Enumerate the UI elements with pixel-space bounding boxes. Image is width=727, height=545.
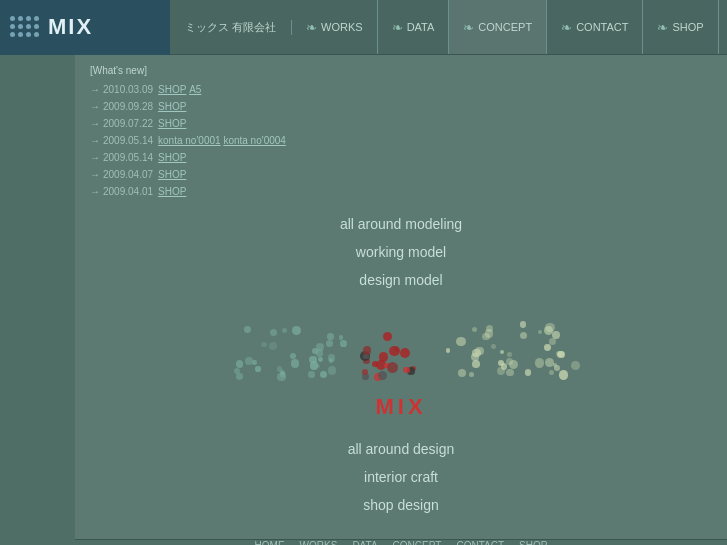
- logo-area: MIX: [0, 0, 170, 55]
- news-link-5a[interactable]: SHOP: [158, 149, 186, 166]
- scatter-dot: [270, 329, 277, 336]
- scatter-dot: [320, 371, 327, 378]
- concept-top-texts: all around modeling working model design…: [340, 210, 462, 294]
- scatter-dot: [400, 348, 410, 358]
- news-section: [What's new] → 2010.03.09 SHOP A5 → 2009…: [75, 55, 727, 210]
- company-name: ミックス 有限会社: [170, 20, 292, 35]
- scatter-dot: [244, 326, 251, 333]
- nav-shop[interactable]: ❧ SHOP: [643, 0, 718, 54]
- news-date-2: 2009.09.28: [103, 98, 153, 115]
- content-area: [What's new] → 2010.03.09 SHOP A5 → 2009…: [0, 55, 727, 545]
- scatter-dot: [469, 372, 475, 378]
- scatter-dot: [472, 360, 480, 368]
- visual-area: all around modeling working model design…: [75, 210, 727, 539]
- scatter-dot: [255, 366, 261, 372]
- scatter-dot: [308, 371, 315, 378]
- main-nav: ❧ WORKS ❧ DATA ❧ CONCEPT ❧ CONTACT ❧ SHO…: [292, 0, 727, 54]
- scatter-dot: [340, 340, 347, 347]
- scatter-dot: [545, 323, 555, 333]
- concept-text-1: all around modeling: [340, 210, 462, 238]
- scatter-dot: [456, 337, 465, 346]
- nav-concept[interactable]: ❧ CONCEPT: [449, 0, 547, 54]
- arrow-icon-7: →: [90, 183, 100, 200]
- sidebar: [0, 55, 75, 545]
- news-item-6: → 2009.04.07 SHOP: [90, 166, 712, 183]
- news-link-7a[interactable]: SHOP: [158, 183, 186, 200]
- scatter-dot: [318, 357, 323, 362]
- concept-text-2: working model: [340, 238, 462, 266]
- concept-text-3: design model: [340, 266, 462, 294]
- footer-works[interactable]: WORKS: [300, 540, 338, 545]
- scatter-dot: [378, 371, 387, 380]
- arrow-icon-2: →: [90, 98, 100, 115]
- scatter-dot: [316, 343, 324, 351]
- scatter-dot: [506, 369, 514, 377]
- nav-works[interactable]: ❧ WORKS: [292, 0, 378, 54]
- scatter-dot: [383, 332, 392, 341]
- footer-data[interactable]: DATA: [352, 540, 377, 545]
- arrow-icon-5: →: [90, 149, 100, 166]
- news-date-5: 2009.05.14: [103, 149, 153, 166]
- news-link-4b[interactable]: konta no'0004: [223, 132, 286, 149]
- scatter-dot: [403, 367, 409, 373]
- news-date-4: 2009.05.14: [103, 132, 153, 149]
- scatter-dot: [520, 332, 527, 339]
- scatter-dot: [291, 359, 300, 368]
- scatter-dot: [389, 346, 399, 356]
- news-date-6: 2009.04.07: [103, 166, 153, 183]
- footer-concept[interactable]: CONCEPT: [393, 540, 442, 545]
- scatter-dot: [549, 370, 555, 376]
- news-item-1: → 2010.03.09 SHOP A5: [90, 81, 712, 98]
- news-title: [What's new]: [90, 65, 712, 76]
- scatter-dot: [525, 369, 531, 375]
- news-date-7: 2009.04.01: [103, 183, 153, 200]
- footer-shop[interactable]: SHOP: [519, 540, 547, 545]
- scatter-dot: [498, 360, 504, 366]
- news-link-2a[interactable]: SHOP: [158, 98, 186, 115]
- scatter-dot: [557, 351, 565, 359]
- scatter-dot: [538, 330, 542, 334]
- main-content: [What's new] → 2010.03.09 SHOP A5 → 2009…: [75, 55, 727, 545]
- logo-text: MIX: [48, 14, 93, 40]
- scatter-dot: [326, 340, 333, 347]
- nav-concept-icon: ❧: [463, 20, 474, 35]
- scatter-dot: [363, 346, 372, 355]
- scatter-dot: [491, 344, 496, 349]
- news-date-3: 2009.07.22: [103, 115, 153, 132]
- news-link-3a[interactable]: SHOP: [158, 115, 186, 132]
- news-link-1b[interactable]: A5: [189, 81, 201, 98]
- scatter-dot: [475, 347, 484, 356]
- concept-bottom-3: shop design: [348, 491, 455, 519]
- scatter-dot: [500, 350, 504, 354]
- scatter-dot: [520, 321, 527, 328]
- scatter-dot: [497, 367, 505, 375]
- news-link-6a[interactable]: SHOP: [158, 166, 186, 183]
- news-item-2: → 2009.09.28 SHOP: [90, 98, 712, 115]
- nav-data[interactable]: ❧ DATA: [378, 0, 450, 54]
- scatter-dot: [236, 360, 244, 368]
- concept-bottom-2: interior craft: [348, 463, 455, 491]
- news-link-4a[interactable]: konta no'0001: [158, 132, 221, 149]
- scatter-dot: [234, 368, 240, 374]
- header: MIX ミックス 有限会社 ❧ WORKS ❧ DATA ❧ CONCEPT ❧…: [0, 0, 727, 55]
- logo-dots: [10, 16, 40, 38]
- nav-contact[interactable]: ❧ CONTACT: [547, 0, 643, 54]
- news-item-7: → 2009.04.01 SHOP: [90, 183, 712, 200]
- arrow-icon-1: →: [90, 81, 100, 98]
- scatter-dot: [379, 352, 388, 361]
- scatter-dot: [236, 373, 243, 380]
- scatter-dot: [544, 344, 551, 351]
- scatter-dot: [507, 352, 512, 357]
- nav-data-icon: ❧: [392, 20, 403, 35]
- scatter-dot: [328, 366, 337, 375]
- footer-contact[interactable]: CONTACT: [456, 540, 504, 545]
- scatter-dot: [261, 342, 266, 347]
- scatter-dot: [509, 360, 519, 370]
- scatter-dot: [446, 348, 450, 352]
- scatter-dot: [535, 358, 545, 368]
- news-link-1a[interactable]: SHOP: [158, 81, 186, 98]
- scatter-dot: [327, 333, 334, 340]
- news-item-5: → 2009.05.14 SHOP: [90, 149, 712, 166]
- footer-home[interactable]: HOME: [255, 540, 285, 545]
- arrow-icon-4: →: [90, 132, 100, 149]
